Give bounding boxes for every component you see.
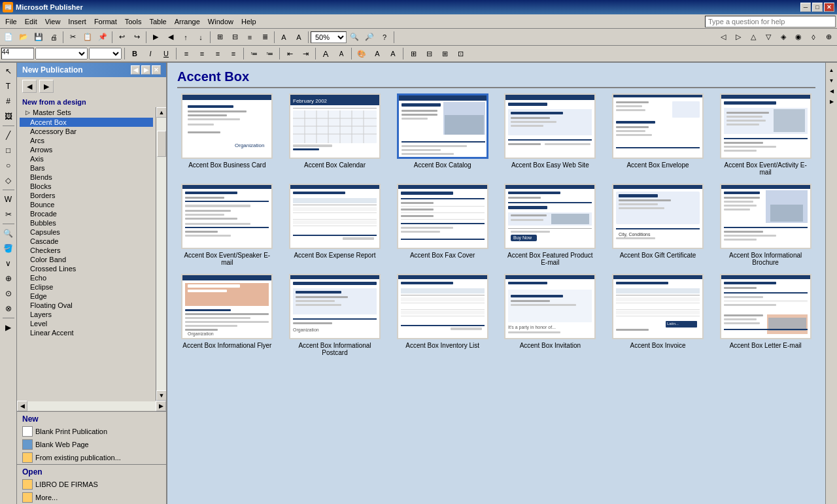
right-icon-2[interactable]: ▼ <box>827 76 836 85</box>
menu-window[interactable]: Window <box>204 16 237 27</box>
hscroll-left[interactable]: ◀ <box>17 401 27 411</box>
indent-btn1[interactable]: ⇤ <box>282 46 297 61</box>
template-item-2[interactable]: Accent Box Catalog <box>392 93 492 176</box>
font-size-select[interactable] <box>89 48 122 59</box>
tree-item-capsules[interactable]: Capsules <box>20 227 153 237</box>
tb-btn10[interactable]: A <box>292 30 306 44</box>
bold-btn[interactable]: B <box>128 46 142 61</box>
tb-btn9[interactable]: A <box>277 30 291 44</box>
template-item-6[interactable]: Accent Box Event/Speaker E-mail <box>177 184 277 266</box>
zoom-out[interactable]: 🔎 <box>362 30 377 44</box>
panel-back-btn[interactable]: ◀ <box>131 65 140 75</box>
print-btn[interactable]: 🖨 <box>46 30 61 44</box>
tool-rect[interactable]: □ <box>1 143 16 158</box>
zoom-select[interactable]: 50% 75% 100% <box>311 31 347 43</box>
undo-btn[interactable]: ↩ <box>114 30 129 44</box>
tree-item-cascade[interactable]: Cascade <box>20 237 153 246</box>
tool-custom3[interactable]: ⊙ <box>1 286 16 301</box>
cut-btn[interactable]: ✂ <box>65 30 80 44</box>
template-item-9[interactable]: Buy Now Accent Box Featured Product E-ma… <box>500 184 600 266</box>
table-btn3[interactable]: ⊞ <box>437 46 452 61</box>
template-item-7[interactable]: Accent Box Expense Report <box>285 184 385 266</box>
panel-nav-forward[interactable]: ▶ <box>39 80 54 93</box>
color-btn2[interactable]: A <box>370 46 384 61</box>
tb-right8[interactable]: ⊕ <box>821 30 836 44</box>
template-item-4[interactable]: Accent Box Envelope <box>608 93 708 176</box>
new-blank-print[interactable]: Blank Print Publication <box>17 425 166 438</box>
template-item-1[interactable]: February 2002 Accent Box Calendar <box>285 93 385 176</box>
aa-btn1[interactable]: A <box>318 46 333 61</box>
tool-ellipse[interactable]: ○ <box>1 158 16 173</box>
underline-btn[interactable]: U <box>159 46 173 61</box>
scroll-down-btn[interactable]: ▼ <box>156 390 166 401</box>
new-blank-web[interactable]: Blank Web Page <box>17 438 166 451</box>
color-btn3[interactable]: A <box>386 46 400 61</box>
tool-table[interactable]: # <box>1 94 16 109</box>
maximize-button[interactable]: □ <box>812 3 823 12</box>
menu-file[interactable]: File <box>1 16 21 27</box>
template-item-15[interactable]: It's a party in honor of... Accent Box I… <box>500 274 600 356</box>
zoom-in[interactable]: 🔍 <box>347 30 362 44</box>
copy-btn[interactable]: 📋 <box>80 30 95 44</box>
italic-btn[interactable]: I <box>143 46 158 61</box>
tb-btn1[interactable]: ▶ <box>148 30 163 44</box>
template-item-8[interactable]: Accent Box Fax Cover <box>392 184 492 266</box>
tb-btn4[interactable]: ↓ <box>194 30 208 44</box>
tree-item-blends[interactable]: Blends <box>20 173 153 182</box>
tool-picture[interactable]: 🖼 <box>1 109 16 124</box>
template-item-14[interactable]: Accent Box Inventory List <box>392 274 492 356</box>
template-item-11[interactable]: Accent Box Informational Brochure <box>715 184 815 266</box>
tb-btn7[interactable]: ≡ <box>243 30 257 44</box>
panel-forward-btn[interactable]: ▶ <box>141 65 150 75</box>
open-more[interactable]: More... <box>17 491 166 504</box>
help-input[interactable] <box>705 16 836 27</box>
tb-btn8[interactable]: ≣ <box>258 30 272 44</box>
right-icon-3[interactable]: ◀ <box>827 86 836 95</box>
template-item-0[interactable]: Organization Accent Box Business Card <box>177 93 277 176</box>
tree-item-brocade[interactable]: Brocade <box>20 209 153 218</box>
tb-right3[interactable]: △ <box>746 30 760 44</box>
menu-help[interactable]: Help <box>237 16 260 27</box>
tb-btn5[interactable]: ⊞ <box>213 30 227 44</box>
tool-zoom[interactable]: 🔍 <box>1 226 16 241</box>
tb-right4[interactable]: ▽ <box>761 30 776 44</box>
tool-custom1[interactable]: ∨ <box>1 256 16 271</box>
aa-btn2[interactable]: A <box>334 46 349 61</box>
tree-item-crossed-lines[interactable]: Crossed Lines <box>20 264 153 273</box>
tree-item-bubbles[interactable]: Bubbles <box>20 218 153 227</box>
tb-btn6[interactable]: ⊟ <box>228 30 242 44</box>
tree-item-eclipse[interactable]: Eclipse <box>20 282 153 292</box>
menu-table[interactable]: Table <box>145 16 170 27</box>
tree-item-linear-accent[interactable]: Linear Accent <box>20 328 153 337</box>
tb-right7[interactable]: ◊ <box>806 30 821 44</box>
right-icon-4[interactable]: ▶ <box>827 97 836 106</box>
tree-item-color-band[interactable]: Color Band <box>20 255 153 264</box>
tb-right1[interactable]: ◁ <box>716 30 730 44</box>
scroll-thumb[interactable] <box>157 131 166 157</box>
font-name-select[interactable] <box>35 48 88 59</box>
tree-item-accessory-bar[interactable]: Accessory Bar <box>20 127 153 136</box>
table-btn4[interactable]: ⊡ <box>453 46 468 61</box>
tree-item-arcs[interactable]: Arcs <box>20 136 153 145</box>
tree-item-arrows[interactable]: Arrows <box>20 145 153 154</box>
tree-item-bars[interactable]: Bars <box>20 163 153 173</box>
tree-item-accent-box[interactable]: Accent Box <box>20 118 153 127</box>
tree-master-sets[interactable]: ▷ Master Sets <box>20 107 153 118</box>
panel-nav-back[interactable]: ◀ <box>22 80 37 93</box>
tool-pointer[interactable]: ↖ <box>1 64 16 78</box>
tree-item-floating-oval[interactable]: Floating Oval <box>20 301 153 310</box>
template-item-5[interactable]: Accent Box Event/Activity E-mail <box>715 93 815 176</box>
menu-view[interactable]: View <box>41 16 65 27</box>
menu-edit[interactable]: Edit <box>21 16 41 27</box>
paste-btn[interactable]: 📌 <box>95 30 110 44</box>
tool-custom4[interactable]: ⊗ <box>1 301 16 316</box>
align-left[interactable]: ≡ <box>179 46 194 61</box>
save-btn[interactable]: 💾 <box>31 30 46 44</box>
tool-extra[interactable]: ▶ <box>1 320 16 335</box>
panel-scrollbar[interactable]: ▲ ▼ <box>156 107 166 401</box>
font-style-box[interactable]: 44 <box>1 48 34 59</box>
panel-close-btn[interactable]: ✕ <box>152 65 161 75</box>
template-item-10[interactable]: City, Conditions Accent Box Gift Certifi… <box>608 184 708 266</box>
template-item-17[interactable]: Accent Box Letter E-mail <box>715 274 815 356</box>
menu-tools[interactable]: Tools <box>121 16 146 27</box>
